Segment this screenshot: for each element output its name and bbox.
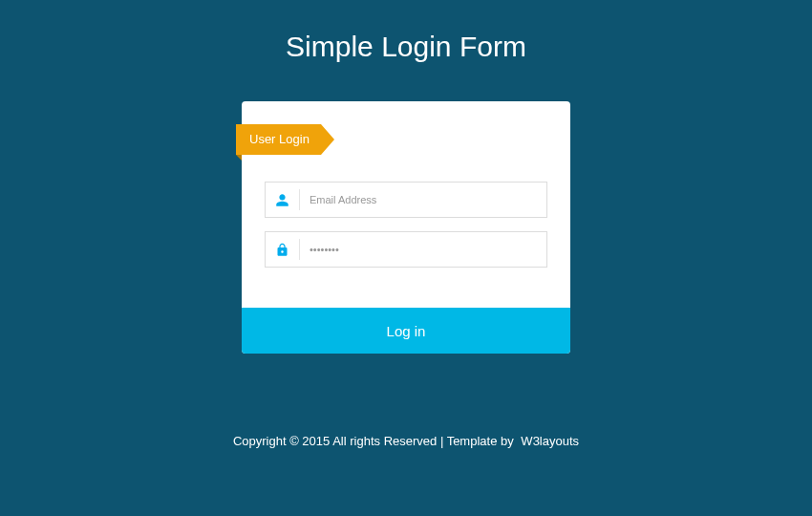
footer: Copyright © 2015 All rights Reserved | T… — [233, 434, 579, 448]
footer-link[interactable]: W3layouts — [521, 434, 579, 448]
password-row — [265, 231, 547, 268]
login-button[interactable]: Log in — [242, 308, 570, 354]
user-icon — [266, 189, 300, 210]
ribbon-label: User Login — [236, 124, 321, 155]
ribbon-arrow — [321, 124, 334, 155]
email-row — [265, 182, 547, 218]
page-title: Simple Login Form — [286, 31, 526, 63]
ribbon: User Login — [236, 124, 334, 155]
login-card: User Login Log in — [242, 101, 570, 354]
lock-icon — [266, 239, 300, 260]
copyright-text: Copyright © 2015 All rights Reserved | T… — [233, 434, 514, 448]
email-field[interactable] — [300, 183, 546, 217]
password-field[interactable] — [300, 232, 546, 267]
